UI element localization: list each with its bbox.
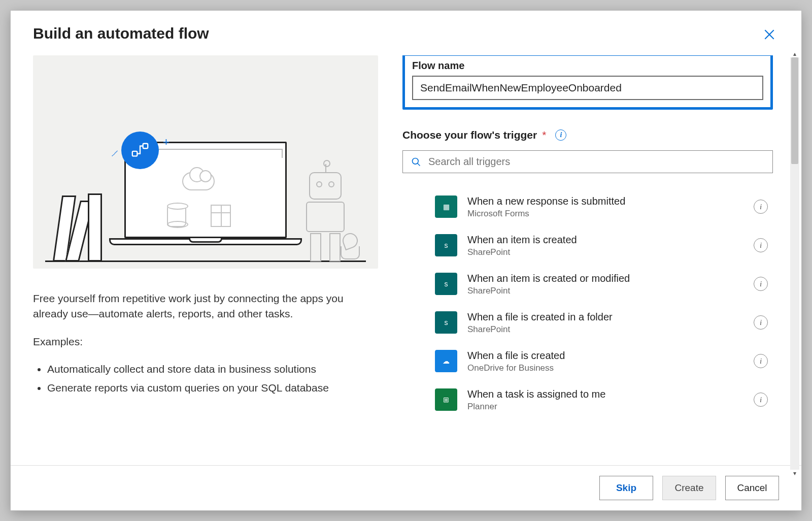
scrollbar[interactable]: ▴ ▾ [790,57,799,470]
example-item: Automatically collect and store data in … [47,362,378,377]
trigger-title: When a file is created in a folder [467,310,743,323]
trigger-item[interactable]: ☁When a file is createdOneDrive for Busi… [402,342,773,380]
trigger-connector-icon: ▦ [435,196,457,218]
trigger-text: When a file is created in a folderShareP… [467,310,743,335]
info-icon[interactable]: i [555,129,566,141]
search-icon [411,157,421,167]
close-icon [763,28,776,41]
examples-list: Automatically collect and store data in … [33,362,378,396]
trigger-connector-icon: s [435,273,457,295]
scroll-down-arrow[interactable]: ▾ [790,470,799,477]
trigger-info-icon[interactable]: i [754,315,768,330]
description-text: Free yourself from repetitive work just … [33,291,378,322]
trigger-subtitle: Planner [467,402,743,412]
svg-rect-2 [132,151,138,156]
trigger-subtitle: OneDrive for Business [467,363,743,373]
trigger-text: When an item is createdSharePoint [467,233,743,257]
left-pane: ⟋+ Free yourself from repetitive work ju… [33,55,378,465]
required-asterisk: * [542,129,546,141]
dialog-footer: Skip Create Cancel [11,465,801,510]
trigger-text: When a file is createdOneDrive for Busin… [467,349,743,373]
trigger-connector-icon: s [435,234,457,256]
svg-line-5 [418,163,420,166]
trigger-item[interactable]: sWhen an item is created or modifiedShar… [402,265,773,303]
trigger-text: When an item is created or modifiedShare… [467,272,743,296]
close-button[interactable] [760,25,779,46]
examples-label: Examples: [33,334,378,349]
trigger-title: When a file is created [467,349,743,362]
trigger-section-label: Choose your flow's trigger * i [402,129,773,141]
build-automated-flow-dialog: Build an automated flow [10,10,802,511]
trigger-connector-icon: ⊞ [435,388,457,411]
flow-illustration: ⟋+ [33,55,378,269]
trigger-title: When a new response is submitted [467,194,743,208]
flow-name-field-highlight: Flow name [402,55,773,110]
trigger-text: When a new response is submittedMicrosof… [467,194,743,219]
dialog-header: Build an automated flow [11,11,801,50]
trigger-info-icon[interactable]: i [754,277,768,291]
trigger-info-icon[interactable]: i [754,393,768,407]
cancel-button[interactable]: Cancel [725,476,779,500]
create-button[interactable]: Create [662,476,716,500]
trigger-label-text: Choose your flow's trigger [402,129,537,141]
svg-rect-3 [143,144,148,149]
skip-button[interactable]: Skip [599,476,653,500]
trigger-list: ▦When a new response is submittedMicroso… [402,187,773,419]
dialog-body: ⟋+ Free yourself from repetitive work ju… [11,50,801,465]
trigger-title: When a task is assigned to me [467,387,743,401]
trigger-text: When a task is assigned to mePlanner [467,387,743,412]
trigger-search-input[interactable] [428,156,764,168]
flow-badge-icon [121,132,159,169]
trigger-item[interactable]: ▦When a new response is submittedMicroso… [402,187,773,226]
trigger-subtitle: Microsoft Forms [467,209,743,219]
trigger-item[interactable]: sWhen an item is createdSharePointi [402,226,773,265]
trigger-info-icon[interactable]: i [754,200,768,214]
trigger-item[interactable]: ⊞When a task is assigned to mePlanneri [402,380,773,419]
scroll-thumb[interactable] [791,57,798,164]
trigger-connector-icon: ☁ [435,350,457,372]
right-pane: Flow name Choose your flow's trigger * i… [402,55,779,465]
trigger-info-icon[interactable]: i [754,354,768,368]
dialog-title: Build an automated flow [33,25,209,42]
trigger-subtitle: SharePoint [467,247,743,257]
trigger-info-icon[interactable]: i [754,238,768,252]
example-item: Generate reports via custom queries on y… [47,380,378,396]
scroll-up-arrow[interactable]: ▴ [790,50,799,57]
trigger-title: When an item is created [467,233,743,246]
trigger-search-box[interactable] [402,150,773,173]
description-block: Free yourself from repetitive work just … [33,291,378,399]
trigger-item[interactable]: sWhen a file is created in a folderShare… [402,303,773,342]
flow-name-input[interactable] [412,76,763,100]
trigger-title: When an item is created or modified [467,272,743,285]
right-scroll-area[interactable]: Flow name Choose your flow's trigger * i… [402,55,779,465]
trigger-connector-icon: s [435,311,457,334]
trigger-subtitle: SharePoint [467,324,743,335]
flow-name-label: Flow name [412,60,763,72]
svg-point-4 [413,158,419,164]
trigger-subtitle: SharePoint [467,286,743,296]
